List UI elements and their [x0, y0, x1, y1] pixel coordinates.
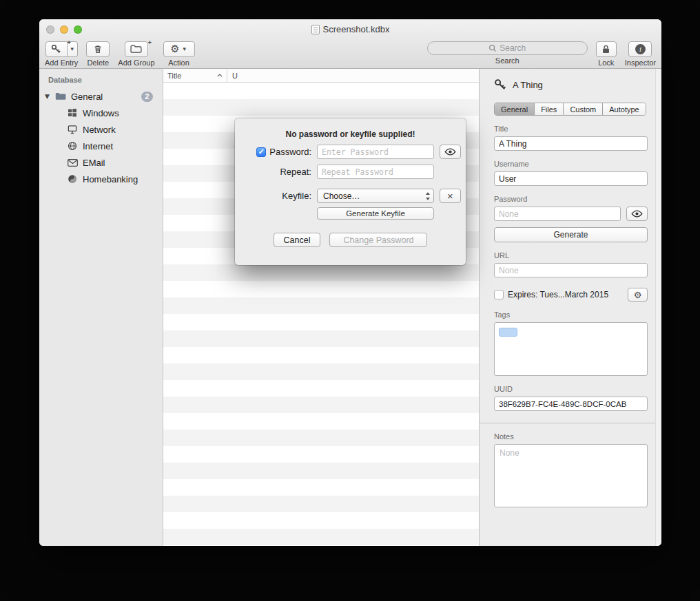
keyfile-popup-value: Choose… — [323, 191, 360, 201]
cancel-button[interactable]: Cancel — [274, 233, 321, 247]
toolbar-search: Search Search — [427, 41, 588, 65]
action-button[interactable]: ⚙ ▼ — [163, 41, 195, 57]
sidebar-item-label: Homebanking — [83, 174, 138, 184]
search-placeholder: Search — [500, 43, 526, 53]
minimize-window-button[interactable] — [60, 25, 68, 34]
envelope-icon — [67, 159, 78, 167]
action-label: Action — [168, 59, 189, 67]
sidebar-item-homebanking[interactable]: Homebanking — [39, 171, 163, 187]
key-icon — [494, 78, 506, 91]
dialog-reveal-password-button[interactable] — [440, 145, 461, 159]
add-entry-button[interactable]: + — [45, 41, 68, 57]
column-username-label: U — [232, 72, 238, 80]
change-password-dialog: No password or keyfile supplied! ✓ Passw… — [235, 118, 466, 265]
sidebar-group-general[interactable]: ▼ General 2 — [39, 88, 163, 105]
coin-icon — [67, 174, 78, 184]
change-password-button[interactable]: Change Password — [329, 233, 427, 247]
tags-label: Tags — [494, 310, 648, 319]
dialog-keyfile-label: Keyfile: — [240, 191, 311, 201]
sidebar-item-label: EMail — [83, 158, 105, 168]
username-field-label: Username — [494, 160, 648, 168]
zoom-window-button[interactable] — [74, 25, 82, 34]
delete-label: Delete — [87, 59, 109, 67]
key-plus-icon — [51, 44, 61, 54]
tags-field[interactable] — [494, 322, 648, 376]
folder-plus-icon — [130, 45, 142, 54]
password-field[interactable] — [494, 207, 621, 221]
sidebar-item-label: Windows — [83, 108, 119, 118]
window-chrome: Screenshot.kdbx + ▼ Add Entry — [39, 19, 661, 69]
url-field-label: URL — [494, 251, 648, 260]
trash-icon — [93, 44, 103, 54]
globe-icon — [67, 141, 78, 151]
tab-files[interactable]: Files — [535, 103, 564, 115]
windows-icon — [67, 108, 78, 118]
password-field-label: Password — [494, 195, 648, 203]
app-window: Screenshot.kdbx + ▼ Add Entry — [39, 19, 661, 546]
lock-label: Lock — [598, 59, 614, 67]
document-proxy-icon[interactable] — [311, 25, 320, 34]
disclosure-triangle-icon[interactable]: ▼ — [45, 93, 54, 100]
tab-autotype[interactable]: Autotype — [603, 103, 645, 115]
add-group-button[interactable]: + — [125, 41, 148, 57]
chevron-down-icon: ▼ — [182, 46, 187, 52]
entry-count-badge: 2 — [141, 92, 153, 102]
delete-button[interactable] — [86, 41, 110, 57]
window-title-area: Screenshot.kdbx — [311, 24, 390, 34]
notes-field[interactable]: None — [494, 444, 648, 507]
plus-badge-icon: + — [67, 39, 70, 46]
sidebar-group-label: General — [71, 92, 103, 102]
expires-row: Expires: Tues...March 2015 ⚙ — [494, 288, 648, 302]
expires-checkbox[interactable] — [494, 290, 504, 299]
column-header-username[interactable]: U — [227, 69, 243, 82]
inspector-panel: A Thing General Files Custom Autotype Ti… — [479, 69, 661, 546]
inspector-scrollbar[interactable] — [655, 69, 661, 546]
clear-keyfile-button[interactable]: × — [440, 189, 461, 203]
lock-button[interactable] — [596, 41, 617, 57]
uuid-label: UUID — [494, 385, 648, 393]
keyfile-popup-button[interactable]: Choose… — [317, 189, 434, 203]
password-checkbox[interactable]: ✓ — [256, 147, 266, 157]
window-title: Screenshot.kdbx — [323, 24, 390, 34]
entry-header: A Thing — [494, 78, 648, 91]
close-window-button[interactable] — [46, 25, 54, 34]
dialog-password-label: Password: — [269, 147, 311, 157]
url-field[interactable] — [494, 263, 648, 277]
add-group-label: Add Group — [118, 59, 154, 67]
eye-icon — [444, 148, 456, 156]
traffic-lights — [46, 19, 82, 39]
sidebar: Database ▼ General 2 Windows Network — [39, 69, 163, 546]
username-field[interactable] — [494, 171, 648, 186]
toolbar-delete: Delete — [86, 41, 110, 67]
network-icon — [67, 125, 78, 134]
reveal-password-button[interactable] — [626, 207, 648, 221]
table-header: Title U — [163, 69, 479, 83]
generate-keyfile-button[interactable]: Generate Keyfile — [317, 207, 434, 220]
titlebar[interactable]: Screenshot.kdbx — [39, 19, 661, 39]
title-field[interactable] — [494, 136, 648, 151]
search-input[interactable]: Search — [427, 41, 588, 55]
folder-icon — [55, 92, 66, 101]
entry-title: A Thing — [513, 80, 543, 90]
tab-custom[interactable]: Custom — [564, 103, 603, 115]
dialog-password-input[interactable] — [317, 145, 434, 159]
tab-general[interactable]: General — [495, 103, 535, 115]
generate-password-button[interactable]: Generate — [494, 227, 648, 242]
sidebar-item-network[interactable]: Network — [39, 121, 163, 138]
tag-chip[interactable] — [499, 328, 517, 337]
dialog-repeat-input[interactable] — [317, 165, 434, 179]
inspector-tabs: General Files Custom Autotype — [494, 103, 646, 116]
toolbar-add-entry: + ▼ Add Entry — [45, 41, 78, 67]
sidebar-item-email[interactable]: EMail — [39, 154, 163, 171]
column-header-title[interactable]: Title — [163, 69, 227, 82]
expires-settings-button[interactable]: ⚙ — [628, 288, 648, 302]
sidebar-item-internet[interactable]: Internet — [39, 138, 163, 154]
gear-icon: ⚙ — [634, 291, 642, 299]
sidebar-item-windows[interactable]: Windows — [39, 105, 163, 121]
popup-stepper-icon — [425, 191, 431, 201]
uuid-field[interactable] — [494, 397, 648, 411]
column-title-label: Title — [167, 72, 181, 80]
toolbar-inspector: i Inspector — [625, 41, 656, 67]
inspector-button[interactable]: i — [628, 41, 652, 57]
toolbar-action: ⚙ ▼ Action — [163, 41, 195, 67]
